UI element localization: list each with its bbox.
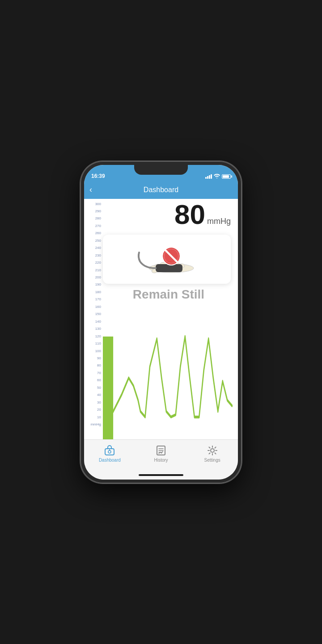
tab-settings[interactable]: Settings <box>186 444 238 463</box>
y-label-240: 240 <box>86 246 101 250</box>
y-label-10: 10 <box>86 416 101 419</box>
y-label-270: 270 <box>86 224 101 228</box>
y-label-220: 220 <box>86 261 101 265</box>
y-label-70: 70 <box>86 371 101 375</box>
home-indicator <box>84 471 238 480</box>
tab-settings-label: Settings <box>204 458 220 463</box>
y-label-210: 210 <box>86 269 101 272</box>
y-label-130: 130 <box>86 327 101 331</box>
y-label-50: 50 <box>86 386 101 390</box>
y-label-100: 100 <box>86 349 101 353</box>
back-button[interactable]: ‹ <box>89 185 92 194</box>
status-icons <box>205 174 231 179</box>
main-content: 300 290 280 270 260 250 240 230 220 210 … <box>84 199 238 439</box>
waveform-container <box>103 305 234 439</box>
home-bar <box>139 474 183 476</box>
pressure-unit: mmHg <box>207 217 231 226</box>
page-title: Dashboard <box>144 186 178 194</box>
y-label-190: 190 <box>86 283 101 286</box>
battery-icon <box>222 174 231 179</box>
y-label-230: 230 <box>86 254 101 257</box>
tab-history[interactable]: History <box>136 444 187 463</box>
y-label-90: 90 <box>86 357 101 360</box>
tab-history-label: History <box>154 458 168 463</box>
phone-screen: 16:39 <box>84 165 238 480</box>
dashboard-icon <box>103 444 116 457</box>
green-bar <box>103 337 113 439</box>
y-label-260: 260 <box>86 232 101 235</box>
y-label-30: 30 <box>86 401 101 404</box>
tab-dashboard-label: Dashboard <box>99 458 121 463</box>
y-label-160: 160 <box>86 305 101 309</box>
chart-section: 300 290 280 270 260 250 240 230 220 210 … <box>84 199 238 439</box>
svg-rect-7 <box>156 264 182 272</box>
y-label-300: 300 <box>86 202 101 206</box>
svg-point-18 <box>211 449 214 452</box>
y-label-250: 250 <box>86 239 101 243</box>
tab-dashboard[interactable]: Dashboard <box>84 444 136 463</box>
tab-bar: Dashboard History <box>84 439 238 471</box>
y-label-170: 170 <box>86 298 101 301</box>
settings-icon <box>206 444 219 457</box>
y-label-180: 180 <box>86 290 101 294</box>
y-label-40: 40 <box>86 393 101 397</box>
y-label-20: 20 <box>86 408 101 412</box>
waveform-line <box>113 337 232 417</box>
phone-frame: 16:39 <box>80 161 242 483</box>
status-time: 16:39 <box>91 173 105 179</box>
pressure-value: 80 <box>174 201 205 228</box>
y-label-290: 290 <box>86 210 101 213</box>
chart-content-area: 80 mmHg <box>103 199 238 439</box>
y-label-140: 140 <box>86 320 101 324</box>
signal-icon <box>205 174 212 179</box>
instruction-card <box>103 235 231 284</box>
instruction-illustration <box>131 244 203 275</box>
y-axis: 300 290 280 270 260 250 240 230 220 210 … <box>84 199 103 439</box>
y-label-mmhg: mmHg <box>86 423 101 426</box>
pressure-display: 80 mmHg <box>174 201 231 228</box>
y-label-60: 60 <box>86 379 101 382</box>
nav-header: ‹ Dashboard <box>84 181 238 199</box>
notch <box>134 165 188 175</box>
wifi-icon <box>214 174 220 179</box>
y-label-120: 120 <box>86 335 101 338</box>
waveform-svg <box>103 305 234 439</box>
history-icon <box>155 444 167 457</box>
y-label-200: 200 <box>86 276 101 279</box>
y-label-280: 280 <box>86 217 101 220</box>
y-label-110: 110 <box>86 342 101 345</box>
y-label-80: 80 <box>86 364 101 367</box>
remain-still-text: Remain Still <box>103 287 234 302</box>
svg-point-13 <box>108 450 111 453</box>
y-label-150: 150 <box>86 312 101 316</box>
